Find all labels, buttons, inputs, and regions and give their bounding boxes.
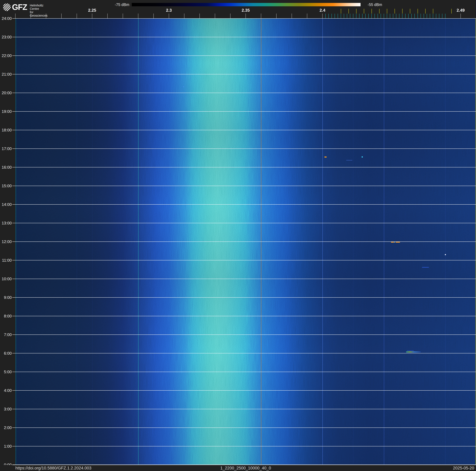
wifi-channel-tick xyxy=(341,9,341,14)
freq-major-tick xyxy=(460,14,461,18)
bluetooth-channel-tick xyxy=(359,14,359,18)
wifi-channel-tick xyxy=(425,9,426,14)
bluetooth-channel-tick xyxy=(408,14,408,18)
time-tick-label: 6:00 xyxy=(0,351,12,355)
bluetooth-channel-tick xyxy=(384,14,384,18)
time-tick-label: 9:00 xyxy=(0,295,12,300)
bluetooth-channel-tick xyxy=(350,14,350,18)
hour-gridline xyxy=(12,74,476,74)
bluetooth-channel-tick xyxy=(433,14,433,18)
bluetooth-channel-tick xyxy=(393,14,393,18)
hour-gridline xyxy=(12,204,476,205)
doi-text: https://doi.org/10.5880/GFZ.1.2.2024.003 xyxy=(15,466,91,470)
rf-event xyxy=(346,160,352,161)
wifi-channel-tick xyxy=(402,9,403,14)
bluetooth-channel-tick xyxy=(396,14,396,18)
time-tick-label: 1:00 xyxy=(0,444,12,448)
freq-major-tick xyxy=(61,14,62,18)
bluetooth-channel-tick xyxy=(414,14,415,18)
bluetooth-channel-tick xyxy=(405,14,406,18)
freq-major-tick xyxy=(123,14,123,18)
bluetooth-channel-tick xyxy=(328,14,329,18)
wifi-channel-tick xyxy=(433,9,433,14)
hour-gridline xyxy=(12,130,476,130)
hour-gridline xyxy=(12,37,476,37)
time-tick-label: 23:00 xyxy=(0,35,12,39)
bluetooth-channel-tick xyxy=(430,14,430,18)
time-tick-label: 14:00 xyxy=(0,202,12,207)
bluetooth-channel-tick xyxy=(399,14,399,18)
gfz-name-line2: for Geosciences xyxy=(30,10,48,17)
freq-major-tick xyxy=(169,14,169,18)
bluetooth-channel-tick xyxy=(365,14,366,18)
time-tick-label: 8:00 xyxy=(0,314,12,318)
time-tick-label: 10:00 xyxy=(0,277,12,281)
freq-major-tick xyxy=(138,14,138,18)
bluetooth-channel-tick xyxy=(439,14,439,18)
freq-major-tick xyxy=(15,14,16,18)
freq-major-tick xyxy=(292,14,292,18)
bluetooth-channel-tick xyxy=(436,14,436,18)
hour-gridline xyxy=(12,409,476,409)
wifi-channel-tick xyxy=(364,9,364,14)
bluetooth-channel-tick xyxy=(381,14,381,18)
hour-gridline xyxy=(12,241,476,242)
bluetooth-channel-tick xyxy=(387,14,387,18)
date-text: 2025-05-20 xyxy=(453,466,474,470)
bluetooth-channel-tick xyxy=(427,14,427,18)
time-tick-label: 17:00 xyxy=(0,146,12,151)
bluetooth-channel-tick xyxy=(335,14,335,18)
hour-gridline xyxy=(12,186,476,186)
time-tick-label: 19:00 xyxy=(0,109,12,114)
hour-gridline xyxy=(12,446,476,446)
bluetooth-channel-tick xyxy=(378,14,378,18)
wifi-channel-tick xyxy=(387,9,387,14)
time-tick-label: 15:00 xyxy=(0,184,12,188)
rf-event xyxy=(183,86,184,87)
hour-gridline xyxy=(12,279,476,279)
wifi-channel-tick xyxy=(372,9,372,14)
colorbar-max-label: -55 dBm xyxy=(368,3,401,7)
spectrogram-page: { "header": { "logo": { "brand": "GFZ", … xyxy=(0,0,476,471)
rf-event xyxy=(391,242,394,243)
wifi-channel-tick xyxy=(394,9,395,14)
colorbar-gradient xyxy=(132,3,360,6)
bluetooth-channel-tick xyxy=(445,14,445,18)
rf-event xyxy=(324,157,327,158)
bluetooth-channel-tick xyxy=(356,14,357,18)
wifi-channel-tick xyxy=(410,9,410,14)
bluetooth-channel-tick xyxy=(418,14,418,18)
wifi-channel-tick xyxy=(451,9,452,14)
bluetooth-channel-tick xyxy=(325,14,326,18)
wifi-channel-tick xyxy=(348,9,349,14)
freq-major-tick xyxy=(246,14,246,18)
bluetooth-channel-tick xyxy=(344,14,344,18)
time-tick-label: 20:00 xyxy=(0,91,12,95)
hour-gridline xyxy=(12,93,476,93)
time-tick-label: 16:00 xyxy=(0,165,12,169)
hour-gridline xyxy=(12,372,476,372)
rf-event xyxy=(406,351,421,352)
freq-major-tick xyxy=(307,14,307,18)
rf-event xyxy=(422,267,429,268)
bluetooth-channel-tick xyxy=(421,14,421,18)
hour-gridline xyxy=(12,316,476,316)
rf-event xyxy=(396,242,400,243)
freq-major-tick xyxy=(31,14,31,18)
wifi-channel-tick xyxy=(356,9,357,14)
hour-gridline xyxy=(12,111,476,112)
freq-major-tick xyxy=(46,14,46,18)
time-tick-label: 21:00 xyxy=(0,72,12,76)
time-tick-label: 4:00 xyxy=(0,388,12,393)
hour-gridline xyxy=(12,334,476,335)
bluetooth-channel-tick xyxy=(372,14,372,18)
freq-major-tick xyxy=(261,14,261,18)
time-tick-label: 3:00 xyxy=(0,407,12,411)
wifi-channel-tick xyxy=(379,9,380,14)
hour-gridline xyxy=(12,428,476,428)
bluetooth-channel-tick xyxy=(368,14,369,18)
hour-gridline xyxy=(12,55,476,56)
bluetooth-channel-tick xyxy=(442,14,442,18)
freq-major-tick xyxy=(322,14,323,18)
freq-tick-label: 2.4 xyxy=(313,8,332,13)
